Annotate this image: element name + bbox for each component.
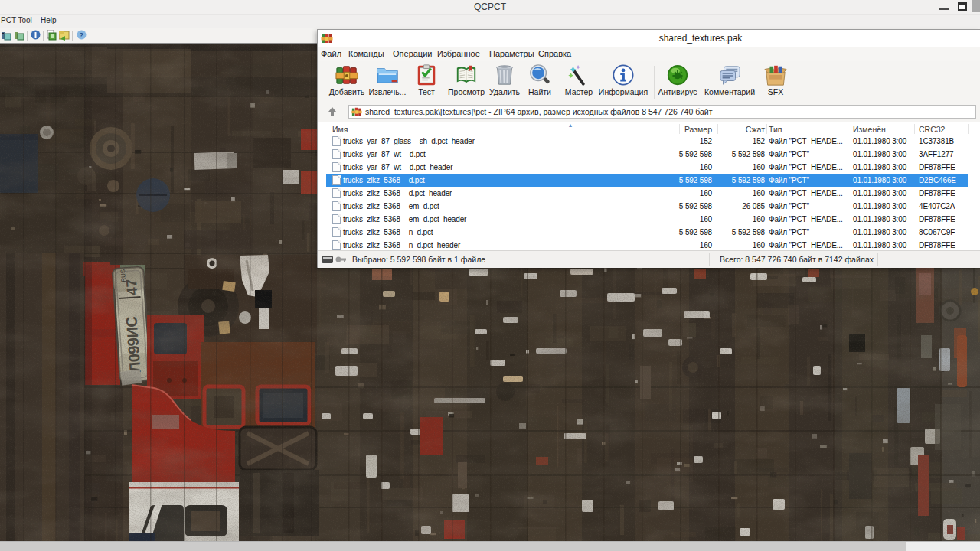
svg-text:?: ?	[80, 31, 84, 39]
